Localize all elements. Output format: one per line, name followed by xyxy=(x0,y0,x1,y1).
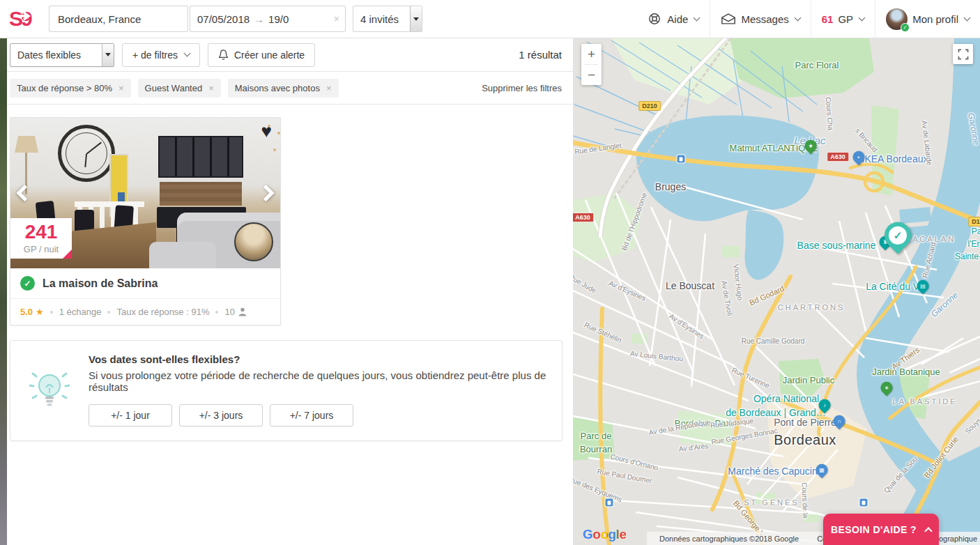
nav-help-label: Aide xyxy=(667,13,688,25)
favorite-heart-icon[interactable]: ♥ xyxy=(261,121,272,142)
header-menu: Aide Messages 61 GP ✓ Mon profil xyxy=(636,0,980,38)
map-label: Opéra National xyxy=(753,393,819,404)
nav-gp-balance[interactable]: 61 GP xyxy=(811,0,875,38)
map-label: Bruges xyxy=(655,181,686,192)
map-zoom-control: + − xyxy=(581,44,602,85)
create-alert-button[interactable]: Créer une alerte xyxy=(208,43,315,67)
photo-next-button[interactable] xyxy=(257,185,274,201)
filter-chip[interactable]: Maisons avec photos × xyxy=(228,79,339,98)
map-label: Sainte- xyxy=(955,252,980,261)
plus-minus-3-days-button[interactable]: +/- 3 jours xyxy=(179,404,263,427)
listing-card[interactable]: ♥ 241 GP / nuit ✓ La maison de Sabrina 5… xyxy=(10,117,281,325)
photo-kitchen-cabinets xyxy=(158,136,243,178)
transit-station-icon[interactable] xyxy=(606,499,613,507)
road-badge: D210 xyxy=(638,101,661,111)
main-layout: Dates flexibles + de filtres Créer une a… xyxy=(0,38,980,545)
more-filters-button[interactable]: + de filtres xyxy=(122,43,200,67)
chip-close-icon[interactable]: × xyxy=(326,83,332,93)
tip-buttons: +/- 1 jour +/- 3 jours +/- 7 jours xyxy=(89,404,548,427)
nav-profile[interactable]: ✓ Mon profil xyxy=(875,0,980,38)
chip-close-icon[interactable]: × xyxy=(208,83,214,93)
zoom-out-button[interactable]: − xyxy=(581,65,602,85)
filter-chip[interactable]: Guest Wanted × xyxy=(138,79,221,98)
map-label: Pa xyxy=(972,227,980,236)
nav-messages[interactable]: Messages xyxy=(710,0,810,38)
photo-sofa xyxy=(149,242,216,268)
map-poi-pin[interactable]: ∗ xyxy=(878,379,895,396)
map-poi-pin[interactable]: ∩ xyxy=(831,413,848,429)
listing-meta-row: 5.0 ★ 1 échange Taux de réponse : 91% 10 xyxy=(10,299,280,325)
map-label: Le Bouscat xyxy=(666,280,714,291)
map-poi-pin[interactable]: ♪ xyxy=(816,397,833,413)
lifering-icon xyxy=(647,13,662,25)
clear-all-filters-link[interactable]: Supprimer les filtres xyxy=(482,83,562,93)
map-poi-pin[interactable]: ▪ xyxy=(850,148,867,165)
photo-wall-clock xyxy=(58,125,115,182)
fullscreen-icon xyxy=(958,49,969,60)
results-panel: Dates flexibles + de filtres Créer une a… xyxy=(7,38,573,545)
map-poi-pin[interactable]: ★ xyxy=(802,137,819,154)
zoom-in-button[interactable]: + xyxy=(581,44,602,64)
filter-chip-label: Taux de réponse > 80% xyxy=(17,83,112,93)
chip-close-icon[interactable]: × xyxy=(118,83,124,93)
chevron-down-icon xyxy=(694,14,700,21)
map-panel[interactable]: Parc FloralMatmut ATLANTIQUELe LacBruges… xyxy=(573,38,980,545)
location-input[interactable]: Bordeaux, France xyxy=(49,6,188,32)
map-label: LA BASTIDE xyxy=(893,397,958,406)
filters-toolbar: Dates flexibles + de filtres Créer une a… xyxy=(7,38,573,72)
chevron-down-icon xyxy=(184,50,191,57)
capacity-count: 10 xyxy=(224,307,234,317)
verified-check-icon: ✓ xyxy=(20,276,35,291)
select-arrow-icon[interactable] xyxy=(102,44,114,66)
arrow-right-icon: → xyxy=(254,13,264,25)
host-avatar[interactable] xyxy=(234,222,273,261)
road-badge: D1 xyxy=(968,217,980,227)
listing-photo[interactable]: ♥ 241 GP / nuit xyxy=(10,118,280,268)
map-poi-pin[interactable]: ▦ xyxy=(813,461,830,478)
fullscreen-button[interactable] xyxy=(953,44,973,64)
map-label: Base sous-marine xyxy=(797,240,876,251)
dot-separator xyxy=(107,311,110,314)
google-logo[interactable]: Google xyxy=(583,527,626,542)
chevron-down-icon xyxy=(794,14,801,21)
transit-station-icon[interactable] xyxy=(677,155,685,163)
location-value: Bordeaux, France xyxy=(58,13,141,25)
filter-chip[interactable]: Taux de réponse > 80% × xyxy=(10,79,131,98)
select-arrow-icon[interactable] xyxy=(410,6,422,31)
dot-separator xyxy=(50,311,53,314)
star-icon: ★ xyxy=(36,307,44,317)
clear-dates-icon[interactable]: × xyxy=(334,13,339,24)
guests-select[interactable]: 4 invités xyxy=(353,6,422,32)
map-label: Rue Camille Godard xyxy=(742,337,805,345)
brand-logo[interactable]: S 9 xyxy=(7,5,39,33)
avatar: ✓ xyxy=(886,8,908,30)
dot-separator xyxy=(215,311,218,314)
flexible-dates-select[interactable]: Dates flexibles xyxy=(10,43,114,67)
attribution-data: Données cartographiques ©2018 Google xyxy=(659,535,799,543)
transit-station-icon[interactable] xyxy=(860,499,868,507)
filter-chip-label: Maisons avec photos xyxy=(235,83,320,93)
filter-chip-label: Guest Wanted xyxy=(145,83,203,93)
marker-check-icon: ✓ xyxy=(889,227,907,245)
plus-minus-1-day-button[interactable]: +/- 1 jour xyxy=(89,404,172,427)
dates-input[interactable]: 07/05/2018→19/05/2018 × xyxy=(190,6,346,32)
top-nav: S 9 Bordeaux, France 07/05/2018→19/05/20… xyxy=(0,0,980,38)
map-label: Parc Floral xyxy=(795,60,839,70)
map-label: Bourran xyxy=(580,444,612,454)
price-badge: 241 GP / nuit xyxy=(10,218,72,259)
plus-minus-7-days-button[interactable]: +/- 7 jours xyxy=(270,404,353,427)
photo-backsplash xyxy=(160,182,242,206)
price-value: 241 xyxy=(25,222,58,242)
nav-help[interactable]: Aide xyxy=(636,0,710,38)
nav-profile-label: Mon profil xyxy=(912,13,958,25)
chevron-down-icon xyxy=(964,14,971,21)
attribution-report-link[interactable]: tographique xyxy=(937,535,977,543)
map-poi-pin[interactable]: ▤ xyxy=(914,277,931,294)
map-label: l'Err xyxy=(968,239,980,249)
map-label: IKEA Bordeaux xyxy=(862,153,928,164)
map-label: Jardin Public xyxy=(783,375,834,385)
gp-unit: GP xyxy=(838,13,853,25)
photo-prev-button[interactable] xyxy=(16,185,33,201)
map-label: ST GENÈS xyxy=(744,498,799,507)
help-button[interactable]: BESOIN D'AIDE ? xyxy=(823,514,939,545)
